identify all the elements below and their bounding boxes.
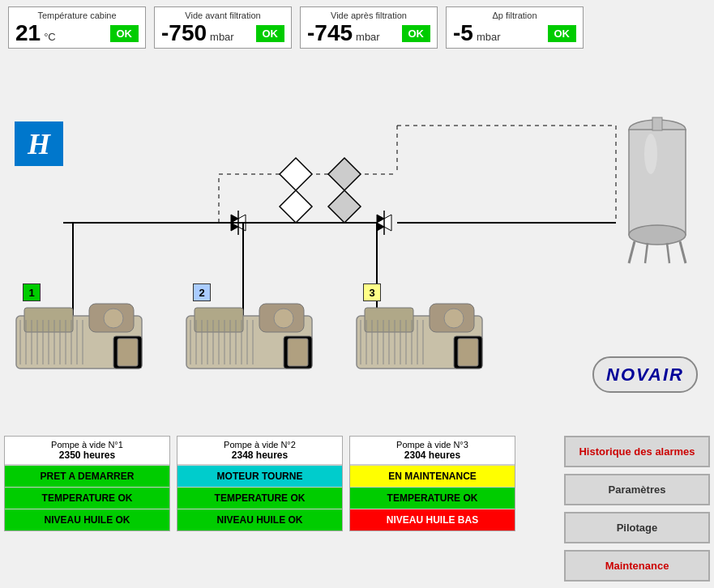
vide-apres-ok: OK bbox=[402, 25, 431, 42]
pump-1-svg bbox=[8, 292, 150, 381]
svg-rect-40 bbox=[118, 339, 138, 366]
svg-rect-76 bbox=[458, 339, 478, 366]
temperature-unit: °C bbox=[44, 31, 56, 43]
svg-line-30 bbox=[680, 241, 686, 263]
pump-1-status-panel: Pompe à vide N°1 2350 heures PRET A DEMA… bbox=[4, 436, 170, 531]
pump-2-status-header: Pompe à vide N°2 2348 heures bbox=[177, 437, 342, 465]
pump-2-svg bbox=[178, 292, 320, 381]
pump-2-status-1: MOTEUR TOURNE bbox=[177, 465, 342, 487]
svg-rect-27 bbox=[629, 130, 686, 235]
novair-text: NOVAIR bbox=[606, 364, 684, 386]
pump-2-status-2: TEMPERATURE OK bbox=[177, 487, 342, 509]
svg-rect-58 bbox=[288, 339, 308, 366]
temperature-label: Température cabine bbox=[15, 11, 139, 20]
pump-2-status-3: NIVEAU HUILE OK bbox=[177, 509, 342, 530]
svg-line-29 bbox=[629, 241, 635, 263]
pump-2-name-label: Pompe à vide N°2 bbox=[224, 440, 296, 450]
historique-button[interactable]: Historique des alarmes bbox=[564, 436, 710, 467]
vide-avant-label: Vide avant filtration bbox=[161, 11, 284, 20]
pump-1-status-3: NIVEAU HUILE OK bbox=[5, 509, 169, 530]
vide-avant-ok: OK bbox=[256, 25, 285, 42]
pump-2-area: 2 bbox=[178, 283, 320, 383]
novair-logo: NOVAIR bbox=[592, 356, 698, 393]
temperature-value: 21 bbox=[15, 22, 41, 45]
pump-1-status-2: TEMPERATURE OK bbox=[5, 487, 169, 509]
dp-filtration-ok: OK bbox=[548, 25, 577, 42]
vide-avant-unit: mbar bbox=[210, 31, 234, 43]
svg-rect-34 bbox=[652, 117, 662, 130]
top-panels: Température cabine 21 °C OK Vide avant f… bbox=[0, 0, 714, 55]
pump-3-status-panel: Pompe à vide N°3 2304 heures EN MAINTENA… bbox=[349, 436, 515, 531]
pump-3-status-1: EN MAINTENANCE bbox=[350, 465, 515, 487]
svg-marker-6 bbox=[328, 190, 361, 223]
vide-avant-panel: Vide avant filtration -750 mbar OK bbox=[154, 6, 292, 49]
svg-line-32 bbox=[667, 243, 669, 263]
svg-marker-4 bbox=[328, 158, 361, 190]
pump-1-hours: 2350 heures bbox=[59, 450, 115, 461]
dp-filtration-label: Δp filtration bbox=[453, 11, 576, 20]
pump-1-name-label: Pompe à vide N°1 bbox=[51, 440, 123, 450]
svg-point-74 bbox=[444, 309, 464, 328]
pilotage-button[interactable]: Pilotage bbox=[564, 512, 710, 543]
vide-apres-label: Vide après filtration bbox=[307, 11, 430, 20]
maintenance-button[interactable]: Maintenance bbox=[564, 550, 710, 582]
vide-apres-value: -745 bbox=[307, 22, 353, 45]
svg-point-38 bbox=[104, 309, 123, 328]
pump-3-hours: 2304 heures bbox=[404, 450, 460, 461]
tank-svg bbox=[617, 105, 698, 267]
pump-3-area: 3 bbox=[348, 283, 490, 383]
pump-3-status-header: Pompe à vide N°3 2304 heures bbox=[350, 437, 515, 465]
pump-2-hours: 2348 heures bbox=[232, 450, 288, 461]
dp-filtration-value: -5 bbox=[453, 22, 473, 45]
svg-marker-3 bbox=[280, 158, 312, 190]
vide-apres-unit: mbar bbox=[356, 31, 380, 43]
pump-3-name-label: Pompe à vide N°3 bbox=[396, 440, 468, 450]
svg-line-31 bbox=[645, 243, 648, 263]
svg-point-33 bbox=[644, 134, 657, 174]
vide-apres-panel: Vide après filtration -745 mbar OK bbox=[300, 6, 438, 49]
parametres-button[interactable]: Paramètres bbox=[564, 474, 710, 505]
pump-1-badge: 1 bbox=[23, 283, 41, 301]
vide-avant-value: -750 bbox=[161, 22, 207, 45]
bottom-section: Pompe à vide N°1 2350 heures PRET A DEMA… bbox=[4, 436, 710, 582]
pump-3-badge: 3 bbox=[363, 283, 381, 301]
pump-2-badge: 2 bbox=[193, 283, 211, 301]
pump-2-status-panel: Pompe à vide N°2 2348 heures MOTEUR TOUR… bbox=[177, 436, 343, 531]
pump-3-status-2: TEMPERATURE OK bbox=[350, 487, 515, 509]
dp-filtration-unit: mbar bbox=[477, 31, 501, 43]
pump-3-svg bbox=[348, 292, 490, 381]
svg-point-56 bbox=[274, 309, 293, 328]
pump-1-status-1: PRET A DEMARRER bbox=[5, 465, 169, 487]
temperature-panel: Température cabine 21 °C OK bbox=[8, 6, 146, 49]
dp-filtration-panel: Δp filtration -5 mbar OK bbox=[446, 6, 584, 49]
pump-3-status-3: NIVEAU HUILE BAS bbox=[350, 509, 515, 530]
svg-point-28 bbox=[629, 225, 686, 245]
temperature-ok: OK bbox=[110, 25, 139, 42]
pump-1-area: 1 bbox=[8, 283, 150, 383]
pump-1-status-header: Pompe à vide N°1 2350 heures bbox=[5, 437, 169, 465]
svg-marker-5 bbox=[280, 190, 312, 223]
right-buttons: Historique des alarmes Paramètres Pilota… bbox=[564, 436, 710, 582]
